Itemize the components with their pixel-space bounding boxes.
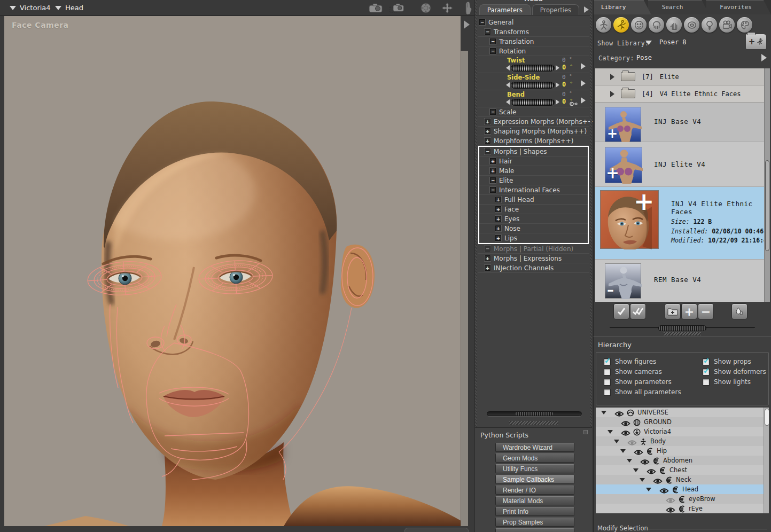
hair-icon[interactable] [649,17,664,33]
collapse-arrow-icon[interactable] [620,449,626,453]
utility-funcs-button[interactable]: Utility Funcs [495,464,574,473]
param-group-rotation[interactable]: Rotation [478,46,589,56]
figure-selector-dropdown[interactable]: Victoria4 [10,4,51,12]
expressions-icon[interactable] [631,17,647,33]
dial-label[interactable]: Bend [507,91,525,98]
tree-node-chest[interactable]: Chest [596,465,769,475]
category-next-arrow-icon[interactable] [761,54,767,61]
collapse-arrow-icon[interactable] [646,488,651,491]
checkbox-icon[interactable] [703,369,710,375]
param-group-expression-morphs[interactable]: Expression Morphs (Morphs++) [478,117,589,127]
collapse-arrow-icon[interactable] [627,459,632,463]
param-group-morphs-expressions[interactable]: Morphs | Expressions [478,254,589,263]
panel-expand-arrow-icon[interactable] [464,20,470,29]
expand-icon[interactable] [485,255,490,261]
material-mods-button[interactable]: Material Mods [495,496,574,505]
param-group-male[interactable]: Male [479,166,588,176]
checkbox-icon[interactable] [604,358,611,365]
checkbox-icon[interactable] [604,389,611,396]
print-info-button[interactable]: Print Info [495,507,574,516]
prop-samples-button[interactable]: Prop Samples [495,518,574,527]
checkbox-icon[interactable] [604,369,611,375]
tree-node-reye[interactable]: rEye [596,504,769,513]
visibility-eye-icon[interactable] [666,505,675,513]
collapse-arrow-icon[interactable] [614,440,619,443]
sample-callbacks-button[interactable]: Sample Callbacks [495,475,574,484]
dial-menu-arrow-icon[interactable] [581,80,586,87]
library-item-inj-v4-elite-ethnic-faces-selected[interactable]: + INJ V4 Elite Ethnic Faces Size: 122 B … [595,187,770,260]
expand-icon[interactable] [490,168,496,174]
show-all-parameters-checkbox[interactable]: Show all parameters [604,388,681,396]
expand-icon[interactable] [485,128,490,134]
tab-library[interactable]: Library [594,0,651,14]
add-runtime-folder-icon[interactable]: + [745,34,767,50]
param-group-eyes[interactable]: Eyes [479,214,588,224]
tree-node-head-selected[interactable]: Head [596,484,769,494]
category-value[interactable]: Pose [636,54,652,61]
tree-node-neck[interactable]: Neck [596,475,769,484]
lights-icon[interactable] [702,17,717,33]
show-props-checkbox[interactable]: Show props [703,358,751,365]
collapse-icon[interactable] [490,177,496,183]
collapse-icon[interactable] [490,38,496,44]
scrollbar-thumb[interactable] [765,160,769,251]
dial-label[interactable]: Twist [507,57,525,64]
plus-icon[interactable]: + [681,303,697,319]
param-group-international-faces[interactable]: International Faces [479,185,588,195]
trackball-icon[interactable] [418,2,434,14]
expand-icon[interactable] [485,265,490,271]
dial-left-arrow-icon[interactable] [506,99,510,105]
param-group-nose[interactable]: Nose [479,224,588,233]
collapse-icon[interactable] [479,19,485,25]
library-folder-v4-elite-ethnic-faces[interactable]: [4] V4 Elite Ethnic Faces [595,85,770,103]
show-deformers-checkbox[interactable]: Show deformers [703,368,766,375]
show-lights-checkbox[interactable]: Show lights [703,378,751,386]
tab-overflow-arrow-icon[interactable] [584,6,589,13]
dial-left-arrow-icon[interactable] [506,82,510,88]
param-group-general[interactable]: General [478,18,589,27]
parameters-scrollbar[interactable] [487,411,582,416]
tree-node-eyebrow[interactable]: eyeBrow [596,494,769,504]
library-dropdown-icon[interactable] [645,41,652,45]
poses-icon[interactable] [613,17,629,33]
dial-menu-arrow-icon[interactable] [581,63,586,69]
tab-favorites[interactable]: Favorites [706,0,771,14]
panel-resize-handle[interactable] [509,421,558,425]
dial-right-arrow-icon[interactable] [556,65,559,71]
camera-select-icon[interactable] [389,2,405,14]
dial-slider[interactable] [506,64,559,72]
dial-label[interactable]: Side-Side [507,74,540,81]
expand-icon[interactable] [485,119,490,124]
dial-slider[interactable] [506,81,559,89]
double-checkmark-icon[interactable] [630,303,646,319]
expand-icon[interactable] [490,158,496,164]
dial-track[interactable] [511,99,555,106]
animation-controls-handle[interactable] [404,528,469,532]
minus-icon[interactable]: − [698,303,714,319]
keyframe-icon[interactable] [570,98,578,108]
param-group-elite[interactable]: Elite [479,176,588,185]
tree-node-body[interactable]: Body [596,436,769,446]
folder-expand-arrow-icon[interactable] [610,91,614,97]
viewport-scroll-strip[interactable] [461,51,468,526]
tree-node-abdomen[interactable]: Abdomen [596,456,769,465]
collapse-icon[interactable] [490,48,496,54]
library-folder-elite[interactable]: [7] Elite [595,68,770,85]
translate-icon[interactable] [439,2,455,14]
dial-track[interactable] [511,82,555,89]
collapse-icon[interactable] [485,148,490,154]
panel-corner-icon[interactable] [583,430,588,434]
collapse-arrow-icon[interactable] [640,478,645,482]
param-group-morphs-shapes[interactable]: Morphs | Shapes [479,147,588,157]
dial-track[interactable] [511,65,555,72]
library-item-rem-base-v4[interactable]: – REM Base V4 [595,260,770,301]
param-group-morphs-partial[interactable]: Morphs | Partial (Hidden) [478,244,589,254]
collapse-arrow-icon[interactable] [608,430,613,434]
tree-node-ground[interactable]: GROUND [596,417,769,427]
droplets-icon[interactable] [731,303,747,319]
checkbox-icon[interactable] [703,358,710,365]
show-library-value[interactable]: Poser 8 [659,38,687,46]
partial-button[interactable] [495,528,574,532]
param-group-transforms[interactable]: Transforms [478,27,589,37]
dial-right-arrow-icon[interactable] [556,99,559,105]
